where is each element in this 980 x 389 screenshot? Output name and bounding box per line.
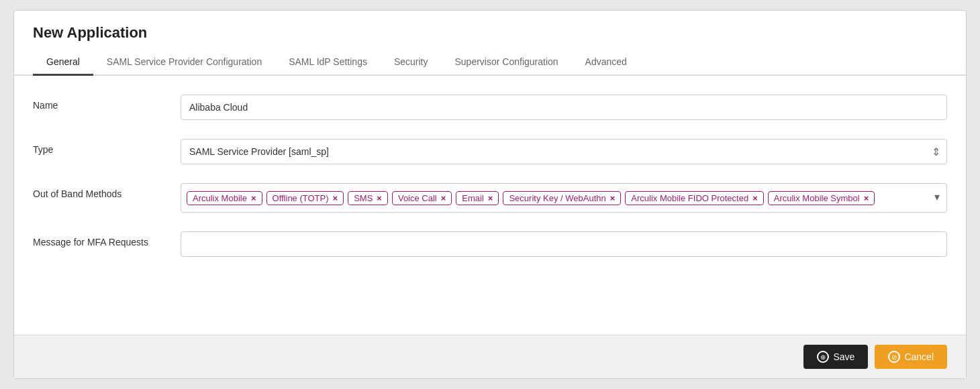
oob-tag-remove-arculix-fido[interactable]: ×: [752, 194, 758, 203]
mfa-row: Message for MFA Requests: [33, 231, 947, 257]
mfa-input[interactable]: [181, 231, 947, 257]
oob-tag-label: SMS: [354, 193, 373, 203]
tab-saml-sp[interactable]: SAML Service Provider Configuration: [93, 50, 275, 76]
oob-tag-voice-call: Voice Call×: [392, 191, 452, 205]
cancel-icon: ⊘: [888, 351, 900, 363]
save-label: Save: [833, 351, 854, 362]
oob-tag-label: Security Key / WebAuthn: [509, 193, 605, 203]
type-field: SAML Service Provider [saml_sp] ⇕: [181, 139, 947, 164]
oob-field: Arculix Mobile×Offline (TOTP)×SMS×Voice …: [181, 183, 947, 213]
oob-tag-arculix-fido: Arculix Mobile FIDO Protected×: [625, 191, 763, 205]
type-select-wrapper: SAML Service Provider [saml_sp] ⇕: [181, 139, 947, 164]
oob-tag-remove-sms[interactable]: ×: [377, 194, 382, 203]
oob-tag-remove-offline-totp[interactable]: ×: [333, 194, 338, 203]
type-select[interactable]: SAML Service Provider [saml_sp]: [181, 139, 947, 164]
tabs-bar: General SAML Service Provider Configurat…: [14, 50, 966, 76]
tab-saml-idp[interactable]: SAML IdP Settings: [275, 50, 381, 76]
oob-tag-label: Email: [462, 193, 484, 203]
oob-tag-label: Arculix Mobile: [193, 193, 247, 203]
oob-tag-label: Offline (TOTP): [273, 193, 329, 203]
oob-tag-offline-totp: Offline (TOTP)×: [266, 191, 344, 205]
oob-dropdown-icon: ▾: [934, 190, 940, 203]
type-row: Type SAML Service Provider [saml_sp] ⇕: [33, 139, 947, 164]
save-icon: ⊕: [817, 351, 829, 363]
name-field: [181, 95, 947, 120]
oob-tag-label: Voice Call: [398, 193, 437, 203]
oob-row: Out of Band Methods Arculix Mobile×Offli…: [33, 183, 947, 213]
oob-tag-email: Email×: [456, 191, 499, 205]
name-label: Name: [33, 95, 181, 111]
oob-tag-security-key: Security Key / WebAuthn×: [503, 191, 621, 205]
oob-tag-remove-arculix-symbol[interactable]: ×: [864, 194, 869, 203]
name-row: Name: [33, 95, 947, 120]
oob-tag-remove-security-key[interactable]: ×: [610, 194, 616, 203]
footer-bar: ⊕ Save ⊘ Cancel: [14, 335, 966, 378]
oob-tag-arculix-symbol: Arculix Mobile Symbol×: [768, 191, 875, 205]
oob-tag-arculix-mobile: Arculix Mobile×: [187, 191, 262, 205]
page-title: New Application: [14, 11, 966, 50]
name-input[interactable]: [181, 95, 947, 120]
oob-multiselect[interactable]: Arculix Mobile×Offline (TOTP)×SMS×Voice …: [181, 183, 947, 213]
type-label: Type: [33, 139, 181, 155]
oob-tag-sms: SMS×: [348, 191, 388, 205]
tab-advanced[interactable]: Advanced: [572, 50, 640, 76]
mfa-field: [181, 231, 947, 257]
oob-label: Out of Band Methods: [33, 183, 181, 199]
tab-general[interactable]: General: [33, 50, 93, 76]
cancel-button[interactable]: ⊘ Cancel: [875, 345, 947, 369]
save-button[interactable]: ⊕ Save: [803, 345, 868, 369]
oob-tag-label: Arculix Mobile Symbol: [774, 193, 860, 203]
oob-tag-remove-arculix-mobile[interactable]: ×: [251, 194, 256, 203]
tab-security[interactable]: Security: [381, 50, 442, 76]
cancel-label: Cancel: [904, 351, 934, 362]
tab-supervisor[interactable]: Supervisor Configuration: [442, 50, 572, 76]
oob-tag-label: Arculix Mobile FIDO Protected: [631, 193, 748, 203]
oob-tag-remove-email[interactable]: ×: [488, 194, 493, 203]
app-container: New Application General SAML Service Pro…: [13, 10, 967, 379]
content-area: Name Type SAML Service Provider [saml_sp…: [14, 76, 966, 335]
oob-tag-remove-voice-call[interactable]: ×: [441, 194, 446, 203]
mfa-label: Message for MFA Requests: [33, 231, 181, 247]
